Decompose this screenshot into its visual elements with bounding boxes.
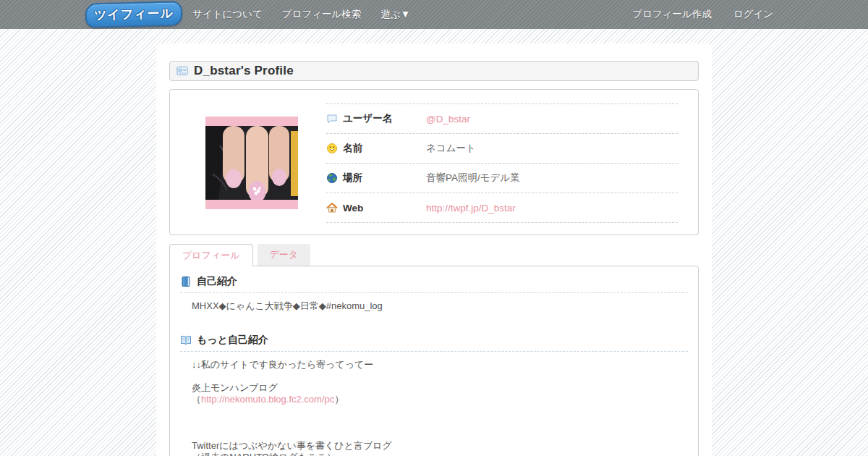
- nav-links-left: サイトについて プロフィール検索 遊ぶ▼: [192, 8, 410, 21]
- info-row-name: 名前 ネコムート: [326, 134, 678, 164]
- nav-links-right: プロフィール作成 ログイン: [632, 8, 868, 21]
- username-link[interactable]: @D_bstar: [426, 114, 470, 124]
- nav-link-login[interactable]: ログイン: [733, 8, 773, 21]
- page-title: D_bstar's Profile: [194, 64, 294, 78]
- smiley-icon: [326, 143, 338, 154]
- web-link[interactable]: http://twpf.jp/D_bstar: [426, 203, 516, 214]
- location-value: 音響PA照明/モデル業: [426, 172, 520, 185]
- blog-link[interactable]: http://nekomuto.blog.fc2.com/pc: [201, 394, 334, 405]
- nail-art-photo: [205, 117, 298, 209]
- page-title-bar: D_bstar's Profile: [169, 61, 699, 81]
- site-logo-text: ツイフィール: [94, 6, 174, 22]
- open-book-icon: [180, 334, 192, 346]
- info-row-username: ユーザー名 @D_bstar: [326, 104, 678, 134]
- blank-line: [180, 371, 688, 382]
- intro-text: MHXX◆にゃんこ大戦争◆日常◆#nekomu_log: [192, 300, 688, 312]
- notebook-icon: [180, 276, 192, 287]
- main-card: D_bstar's Profile: [156, 43, 712, 456]
- section-title-intro: 自己紹介: [197, 275, 237, 288]
- info-row-location: 場所 音響PA照明/モデル業: [326, 164, 678, 193]
- profile-image[interactable]: [205, 117, 298, 209]
- section-header-more-intro: もっと自己紹介: [180, 334, 688, 352]
- speech-bubble-icon: [326, 113, 338, 124]
- vcard-icon: [176, 65, 188, 77]
- more-intro-line-4: （過去のNARUTO絵ログもここ）: [192, 452, 688, 456]
- more-intro-line-2: 炎上モンハンブログ: [192, 382, 688, 394]
- site-logo[interactable]: ツイフィール: [85, 1, 183, 28]
- more-intro-line-1: ↓↓私のサイトです良かったら寄ってってー: [192, 359, 688, 371]
- tab-bar: プロフィール データ: [169, 244, 699, 266]
- home-icon: [326, 202, 338, 214]
- tab-data[interactable]: データ: [258, 244, 311, 266]
- nav-link-play-menu[interactable]: 遊ぶ▼: [380, 8, 410, 21]
- section-header-intro: 自己紹介: [180, 275, 688, 293]
- info-label-username: ユーザー名: [343, 112, 392, 125]
- more-intro-line-3: Twitterにはつぶやかない事を書くひと言ブログ: [192, 440, 688, 452]
- blank-lines: [180, 405, 688, 440]
- profile-tab-panel: 自己紹介 MHXX◆にゃんこ大戦争◆日常◆#nekomu_log もっと自己紹介…: [169, 266, 699, 456]
- nav-link-about[interactable]: サイトについて: [192, 8, 263, 21]
- top-navbar: ツイフィール サイトについて プロフィール検索 遊ぶ▼ プロフィール作成 ログイ…: [0, 0, 868, 29]
- paren-close: ）: [334, 394, 344, 405]
- info-label-location: 場所: [343, 172, 362, 185]
- section-title-more-intro: もっと自己紹介: [197, 334, 268, 347]
- nav-link-profile-search[interactable]: プロフィール検索: [282, 8, 362, 21]
- globe-icon: [326, 172, 338, 184]
- info-label-name: 名前: [343, 142, 362, 155]
- nav-link-create-profile[interactable]: プロフィール作成: [632, 8, 712, 21]
- paren-open: （: [192, 394, 201, 405]
- more-intro-link-line: （http://nekomuto.blog.fc2.com/pc）: [192, 394, 688, 405]
- profile-summary-box: ユーザー名 @D_bstar 名前 ネコムート: [169, 89, 699, 235]
- tab-profile[interactable]: プロフィール: [169, 244, 253, 266]
- name-value: ネコムート: [426, 142, 476, 155]
- info-row-web: Web http://twpf.jp/D_bstar: [326, 193, 678, 223]
- info-label-web: Web: [343, 203, 363, 214]
- profile-info-table: ユーザー名 @D_bstar 名前 ネコムート: [326, 104, 678, 235]
